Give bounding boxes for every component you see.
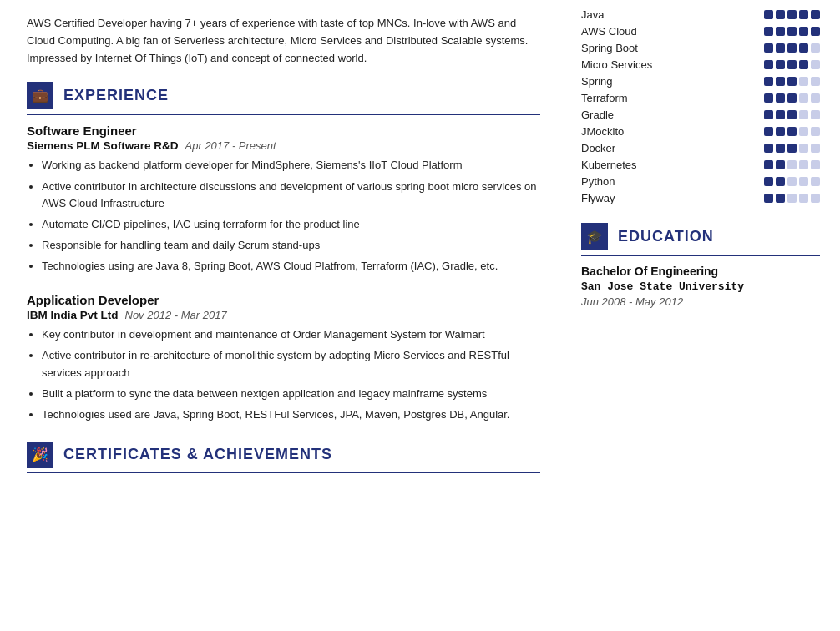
skill-row-0: Java <box>581 8 820 21</box>
skill-dots-0 <box>764 10 820 19</box>
skill-dot-8-2 <box>787 144 797 153</box>
job-company-line-2: IBM India Pvt Ltd Nov 2012 - Mar 2017 <box>27 309 540 321</box>
skill-dot-1-4 <box>811 27 820 36</box>
job-dates-1: Apr 2017 - Present <box>185 139 276 152</box>
job-company-2: IBM India Pvt Ltd <box>27 309 119 321</box>
education-title: EDUCATION <box>618 228 714 245</box>
skill-dots-2 <box>764 43 820 53</box>
bullet-1-2: Active contributor in architecture discu… <box>42 179 540 212</box>
skill-dot-8-0 <box>764 144 773 153</box>
skill-dot-9-1 <box>776 160 785 169</box>
skills-list: JavaAWS CloudSpring BootMicro ServicesSp… <box>581 8 820 204</box>
skill-dots-8 <box>764 144 820 153</box>
skill-dot-6-3 <box>799 110 808 119</box>
skill-dot-2-0 <box>764 43 773 53</box>
skill-dot-9-4 <box>811 160 820 169</box>
certificates-section-header: 🎉 CERTIFICATES & ACHIEVEMENTS <box>27 442 540 473</box>
right-column: JavaAWS CloudSpring BootMicro ServicesSp… <box>564 0 840 631</box>
skill-row-1: AWS Cloud <box>581 25 820 38</box>
bullet-1-1: Working as backend platform developer fo… <box>42 157 540 174</box>
skill-dots-9 <box>764 160 820 169</box>
education-details: Bachelor Of Engineering San Jose State U… <box>581 265 820 308</box>
skill-dot-3-2 <box>787 60 797 69</box>
skill-dot-8-4 <box>811 144 820 153</box>
bullet-2-1: Key contributor in development and maint… <box>42 326 540 343</box>
skill-dots-11 <box>764 194 820 203</box>
skill-name-1: AWS Cloud <box>581 25 656 38</box>
skill-name-10: Python <box>581 175 656 188</box>
skill-dot-7-0 <box>764 127 773 136</box>
skill-dot-2-1 <box>776 43 785 53</box>
education-section-header: 🎓 EDUCATION <box>581 223 820 256</box>
skill-dot-10-4 <box>811 177 820 186</box>
skill-dot-8-3 <box>799 144 808 153</box>
summary-text: AWS Certified Developer having 7+ years … <box>27 15 540 67</box>
skill-dot-2-2 <box>787 43 797 53</box>
skill-dot-3-1 <box>776 60 785 69</box>
skill-dot-3-4 <box>811 60 820 69</box>
skill-dot-11-0 <box>764 194 773 203</box>
job-company-line-1: Siemens PLM Software R&D Apr 2017 - Pres… <box>27 139 540 152</box>
skill-dot-1-3 <box>799 27 808 36</box>
job-entry-software-engineer: Software Engineer Siemens PLM Software R… <box>27 124 540 275</box>
skill-dot-7-4 <box>811 127 820 136</box>
skill-dot-3-3 <box>799 60 808 69</box>
skill-name-0: Java <box>581 8 656 21</box>
skill-dots-7 <box>764 127 820 136</box>
skill-dot-6-4 <box>811 110 820 119</box>
bullet-2-4: Technologies used are Java, Spring Boot,… <box>42 406 540 423</box>
skill-row-11: Flyway <box>581 192 820 204</box>
job-dates-2: Nov 2012 - Mar 2017 <box>125 309 227 321</box>
skill-name-7: JMockito <box>581 125 656 138</box>
skill-row-7: JMockito <box>581 125 820 138</box>
edu-degree: Bachelor Of Engineering <box>581 265 820 278</box>
skill-dot-4-1 <box>776 77 785 86</box>
certificates-icon: 🎉 <box>27 442 53 468</box>
skill-dots-1 <box>764 27 820 36</box>
certificates-title: CERTIFICATES & ACHIEVEMENTS <box>63 446 332 463</box>
skill-name-9: Kubernetes <box>581 159 656 171</box>
skill-dots-3 <box>764 60 820 69</box>
skill-dot-2-4 <box>811 43 820 53</box>
experience-section-header: 💼 EXPERIENCE <box>27 82 540 115</box>
skill-dot-6-0 <box>764 110 773 119</box>
skill-row-6: Gradle <box>581 109 820 121</box>
skill-dot-1-0 <box>764 27 773 36</box>
skill-row-10: Python <box>581 175 820 188</box>
skill-dot-10-1 <box>776 177 785 186</box>
job-company-1: Siemens PLM Software R&D <box>27 139 179 152</box>
skill-row-4: Spring <box>581 75 820 88</box>
skill-dot-11-4 <box>811 194 820 203</box>
skill-dot-4-4 <box>811 77 820 86</box>
skill-name-4: Spring <box>581 75 656 88</box>
skill-dots-4 <box>764 77 820 86</box>
skill-dot-6-1 <box>776 110 785 119</box>
skill-row-5: Terraform <box>581 92 820 104</box>
skill-row-2: Spring Boot <box>581 42 820 54</box>
skill-name-6: Gradle <box>581 109 656 121</box>
skill-dot-4-3 <box>799 77 808 86</box>
bullet-2-3: Built a platform to sync the data betwee… <box>42 386 540 402</box>
skill-dots-10 <box>764 177 820 186</box>
skill-dot-7-3 <box>799 127 808 136</box>
job-title-1: Software Engineer <box>27 124 540 138</box>
skill-dot-5-0 <box>764 93 773 103</box>
bullet-1-5: Technologies using are Java 8, Spring Bo… <box>42 258 540 275</box>
skill-name-3: Micro Services <box>581 58 656 71</box>
skill-dot-9-2 <box>787 160 797 169</box>
skill-row-3: Micro Services <box>581 58 820 71</box>
skill-dot-1-2 <box>787 27 797 36</box>
job-bullets-2: Key contributor in development and maint… <box>27 326 540 423</box>
skill-dot-3-0 <box>764 60 773 69</box>
skill-row-8: Docker <box>581 142 820 154</box>
left-column: AWS Certified Developer having 7+ years … <box>0 0 564 631</box>
skill-dots-6 <box>764 110 820 119</box>
skill-dot-0-1 <box>776 10 785 19</box>
skill-dot-5-4 <box>811 93 820 103</box>
skill-dot-11-3 <box>799 194 808 203</box>
skill-dot-8-1 <box>776 144 785 153</box>
skill-name-5: Terraform <box>581 92 656 104</box>
skill-dot-5-2 <box>787 93 797 103</box>
skill-name-2: Spring Boot <box>581 42 656 54</box>
job-entry-app-developer: Application Developer IBM India Pvt Ltd … <box>27 293 540 423</box>
